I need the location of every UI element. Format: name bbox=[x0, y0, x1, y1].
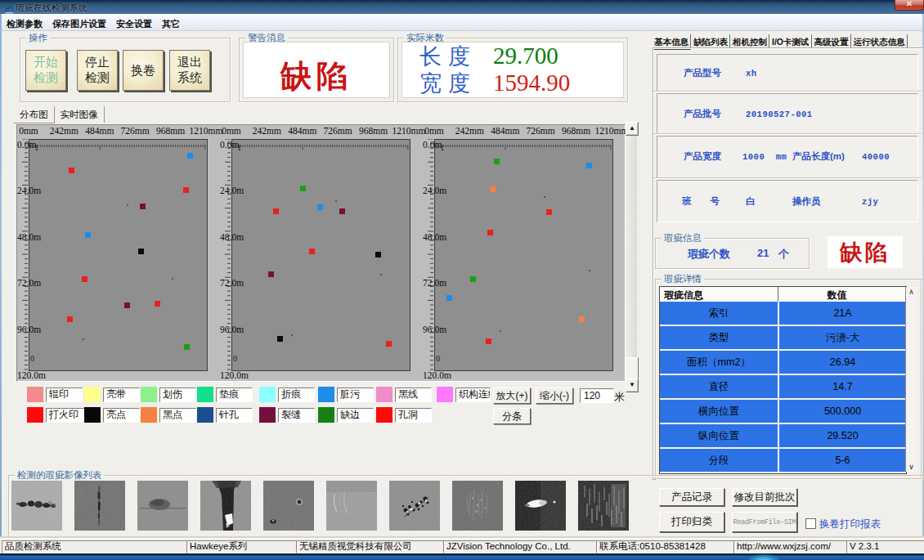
defect-mottled-band[interactable] bbox=[452, 481, 503, 531]
menu-item-3[interactable]: 其它 bbox=[162, 14, 180, 30]
defect-marker[interactable] bbox=[317, 204, 323, 210]
defect-marker[interactable] bbox=[124, 302, 130, 308]
defect-marker[interactable] bbox=[69, 168, 74, 173]
stop-detection-button[interactable]: 停止 检测 bbox=[77, 50, 118, 91]
legend-swatch-孔洞 bbox=[376, 407, 392, 423]
legend-label: 针孔 bbox=[216, 408, 253, 423]
defect-marker[interactable] bbox=[486, 338, 491, 344]
defect-detail-group-label: 瑕疵详情 bbox=[662, 274, 704, 284]
x-ruler-label: 242mm bbox=[451, 126, 487, 136]
table-row-separator bbox=[778, 400, 779, 423]
table-row-2[interactable]: 面积（mm2）26.94 bbox=[660, 351, 906, 375]
plots-scrollbar-track[interactable] bbox=[626, 122, 637, 391]
defect-marker[interactable] bbox=[494, 159, 500, 164]
panel-zero: 0 bbox=[233, 354, 237, 363]
split-button[interactable]: 分条 bbox=[493, 408, 531, 424]
plot-speck bbox=[589, 270, 590, 271]
exit-system-button[interactable]: 退出 系统 bbox=[169, 50, 210, 91]
legend-swatch-黑线 bbox=[376, 387, 392, 402]
product-batch-label: 产品批号 bbox=[684, 108, 721, 120]
y-ruler-label: 72.0m bbox=[423, 278, 446, 288]
change-roll-button[interactable]: 换卷 bbox=[123, 50, 164, 91]
menu-item-2[interactable]: 安全设置 bbox=[116, 14, 152, 30]
start-detection-button[interactable]: 开始 检测 bbox=[25, 50, 66, 91]
legend-label: 缺边 bbox=[337, 408, 374, 423]
defect-marker[interactable] bbox=[85, 232, 91, 238]
defect-dark-mound[interactable] bbox=[137, 481, 188, 531]
defect-marker[interactable] bbox=[487, 230, 493, 235]
defect-marker[interactable] bbox=[138, 249, 144, 254]
menu-item-1[interactable]: 保存图片设置 bbox=[52, 14, 106, 30]
defect-marker[interactable] bbox=[155, 301, 160, 307]
defect-marker[interactable] bbox=[579, 316, 585, 322]
y-ruler-label: 48.0m bbox=[17, 232, 41, 242]
legend-swatch-亮点 bbox=[84, 407, 101, 423]
y-ruler-label: 120.0m bbox=[17, 370, 46, 380]
defect-marker[interactable] bbox=[546, 209, 552, 215]
defect-marker[interactable] bbox=[490, 186, 496, 192]
defect-marker[interactable] bbox=[300, 186, 306, 191]
defect-marker[interactable] bbox=[446, 295, 452, 301]
defect-marker[interactable] bbox=[187, 153, 193, 159]
legend-label: 黑线 bbox=[395, 388, 432, 402]
table-scrollbar-up-icon[interactable]: ∧ bbox=[906, 288, 917, 296]
defect-marker[interactable] bbox=[586, 163, 592, 168]
defect-marker[interactable] bbox=[184, 344, 190, 350]
table-row-separator bbox=[778, 424, 779, 447]
defect-marker[interactable] bbox=[309, 249, 315, 254]
table-row-5[interactable]: 纵向位置29.520 bbox=[660, 424, 906, 449]
defect-marker[interactable] bbox=[67, 316, 73, 322]
scatter-plot-3[interactable]: 10 bbox=[434, 139, 613, 371]
view-tabs: 分布图实时图像 bbox=[14, 106, 105, 121]
defect-vertical-line[interactable] bbox=[74, 481, 125, 531]
defect-faint-scratch[interactable] bbox=[326, 481, 377, 531]
tab-realtime[interactable]: 实时图像 bbox=[55, 106, 105, 123]
table-cell-value: 26.94 bbox=[779, 351, 906, 374]
menu-item-0[interactable]: 检测参数 bbox=[7, 14, 43, 30]
zoom-out-button[interactable]: 缩小(-) bbox=[536, 388, 573, 404]
plots-scrollbar-thumb[interactable] bbox=[626, 357, 639, 380]
meters-input[interactable]: 120 bbox=[580, 388, 614, 403]
defect-bright-blob[interactable] bbox=[515, 481, 566, 531]
defect-marker[interactable] bbox=[140, 204, 146, 209]
zoom-in-button[interactable]: 放大(+) bbox=[493, 388, 531, 404]
meter-value-1: 1594.90 bbox=[493, 70, 570, 95]
table-scrollbar[interactable]: ∧∨ bbox=[905, 287, 917, 472]
table-row-1[interactable]: 类型污渍-大 bbox=[660, 326, 906, 351]
defect-dark-texture[interactable] bbox=[578, 481, 629, 531]
y-ruler-label: 96.0m bbox=[423, 325, 446, 334]
tab-distribution[interactable]: 分布图 bbox=[14, 106, 55, 123]
plots-scrollbar-down-icon[interactable]: ▼ bbox=[626, 379, 639, 392]
defect-ink-smear[interactable] bbox=[11, 481, 62, 531]
plots-scrollbar-up-icon[interactable]: ▲ bbox=[626, 122, 639, 136]
table-cell-name: 类型 bbox=[660, 326, 778, 349]
defect-marker[interactable] bbox=[273, 208, 279, 214]
defect-marker[interactable] bbox=[375, 252, 381, 258]
close-button[interactable]: ✕ bbox=[895, 0, 924, 11]
table-row-6[interactable]: 分段5-6 bbox=[660, 449, 906, 473]
defect-marker[interactable] bbox=[339, 208, 345, 214]
defect-marker[interactable] bbox=[268, 271, 274, 277]
legend-label: 亮点 bbox=[103, 408, 140, 423]
defect-marker[interactable] bbox=[386, 341, 392, 347]
window-edge-left bbox=[0, 14, 2, 553]
scatter-plot-1[interactable]: 10 bbox=[29, 139, 208, 371]
scatter-plot-2[interactable]: 10 bbox=[231, 139, 410, 371]
table-cell-name: 纵向位置 bbox=[660, 424, 778, 447]
table-row-0[interactable]: 索引21A bbox=[660, 302, 906, 326]
meter-value-0: 29.700 bbox=[493, 43, 558, 68]
defect-marker[interactable] bbox=[470, 276, 476, 282]
defect-small-spot[interactable] bbox=[263, 481, 314, 531]
defect-marker[interactable] bbox=[277, 336, 283, 342]
defect-marker[interactable] bbox=[82, 276, 87, 282]
table-row-4[interactable]: 横向位置500.000 bbox=[660, 400, 906, 424]
defect-marker[interactable] bbox=[183, 187, 189, 193]
x-ruler-label: 726mm bbox=[320, 126, 356, 136]
defect-black-column[interactable] bbox=[200, 481, 251, 531]
defect-speckle-cluster[interactable] bbox=[389, 481, 440, 531]
table-row-3[interactable]: 直径14.7 bbox=[660, 375, 906, 400]
operation-group-label: 操作 bbox=[26, 33, 50, 43]
warning-group: 警告消息缺陷 bbox=[239, 38, 394, 102]
table-scrollbar-down-icon[interactable]: ∨ bbox=[906, 463, 917, 471]
status-cell-5: http://www.wxjzsj.com/ bbox=[733, 540, 849, 553]
